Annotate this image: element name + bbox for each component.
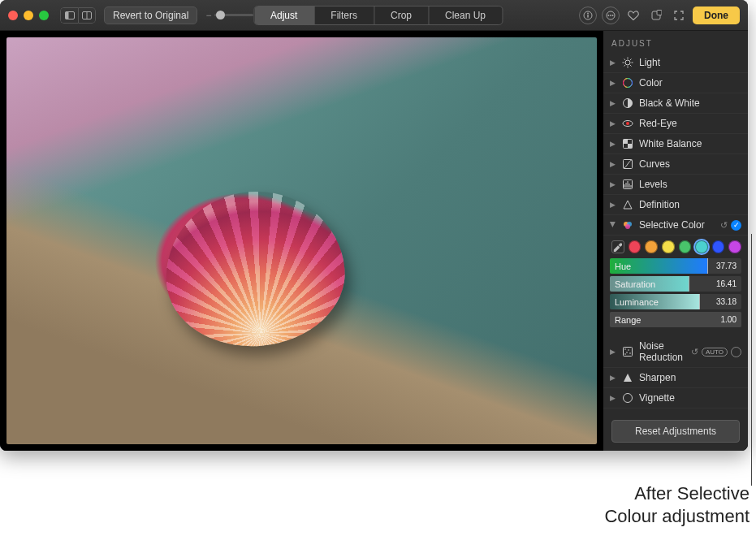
selective-color-panel: Hue 37.73 Saturation 16.41 Luminance 33.…	[603, 236, 748, 336]
tab-filters[interactable]: Filters	[314, 6, 374, 24]
svg-point-23	[624, 79, 633, 88]
reset-adjustments-button[interactable]: Reset Adjustments	[611, 420, 740, 443]
svg-rect-1	[65, 11, 68, 19]
done-button[interactable]: Done	[693, 6, 740, 24]
whitebalance-icon	[622, 138, 633, 149]
swatch-blue[interactable]	[712, 240, 725, 253]
svg-point-13	[625, 60, 630, 65]
chevron-right-icon: ▶	[610, 160, 616, 168]
color-swatch-row	[610, 239, 741, 258]
reset-icon[interactable]: ↺	[691, 347, 698, 357]
adjust-item-bw[interactable]: ▶ Black & White	[603, 93, 748, 114]
swatch-cyan[interactable]	[695, 240, 708, 253]
svg-line-19	[630, 65, 631, 66]
adjust-item-light[interactable]: ▶ Light	[603, 53, 748, 73]
annotation-caption: After Selective Colour adjustment	[604, 482, 750, 527]
bw-icon	[622, 97, 633, 109]
slider-range[interactable]: Range 1.00	[610, 312, 741, 327]
svg-rect-28	[624, 140, 629, 145]
slider-hue[interactable]: Hue 37.73	[610, 258, 741, 274]
svg-rect-29	[628, 144, 633, 149]
adjust-item-label: Black & White	[639, 97, 741, 109]
photos-edit-window: Revert to Original − + Adjust Filters Cr…	[0, 0, 748, 451]
adjust-item-levels[interactable]: ▶ Levels	[603, 175, 748, 195]
slider-value: 1.00	[721, 315, 741, 324]
favorite-icon[interactable]	[624, 6, 642, 24]
adjust-item-noise[interactable]: ▶ Noise Reduction ↺ AUTO	[603, 336, 748, 368]
chevron-right-icon: ▶	[610, 79, 616, 87]
enable-toggle-icon[interactable]	[731, 347, 741, 357]
more-icon[interactable]	[602, 6, 620, 24]
swatch-red[interactable]	[629, 240, 642, 253]
adjust-item-whitebalance[interactable]: ▶ White Balance	[603, 134, 748, 154]
vignette-icon	[622, 392, 633, 404]
slider-value: 33.18	[716, 297, 741, 306]
chevron-right-icon: ▶	[610, 394, 616, 402]
tab-cleanup[interactable]: Clean Up	[429, 6, 502, 24]
adjust-item-label: Levels	[639, 179, 741, 190]
adjust-item-definition[interactable]: ▶ Definition	[603, 195, 748, 215]
swatch-green[interactable]	[679, 240, 692, 253]
slider-label: Luminance	[610, 297, 659, 307]
auto-badge[interactable]: AUTO	[702, 348, 728, 357]
adjust-item-selectivecolor[interactable]: ▶ Selective Color ↺ ✓	[603, 215, 748, 236]
titlebar: Revert to Original − + Adjust Filters Cr…	[0, 0, 748, 31]
swatch-orange[interactable]	[645, 240, 658, 253]
chevron-right-icon: ▶	[610, 374, 616, 382]
info-icon[interactable]	[579, 6, 597, 24]
enabled-checkmark-icon[interactable]: ✓	[731, 220, 741, 231]
sidebar-toggle-icon[interactable]	[60, 7, 78, 24]
adjust-item-label: Curves	[639, 158, 741, 170]
reset-icon[interactable]: ↺	[720, 220, 728, 231]
svg-point-34	[625, 224, 630, 229]
svg-point-39	[629, 352, 631, 354]
adjust-item-label: Sharpen	[639, 372, 741, 383]
adjust-item-vignette[interactable]: ▶ Vignette	[603, 388, 748, 408]
adjust-item-label: Selective Color	[639, 219, 715, 231]
slider-value: 37.73	[716, 262, 741, 270]
swatch-yellow[interactable]	[662, 240, 675, 253]
svg-point-40	[624, 353, 626, 355]
photo-canvas[interactable]	[0, 31, 603, 451]
grid-view-icon[interactable]	[78, 7, 96, 24]
slider-label: Range	[610, 315, 641, 325]
svg-point-8	[608, 15, 610, 16]
caption-line: After Selective	[604, 482, 750, 505]
svg-line-20	[630, 59, 631, 60]
minimize-window-button[interactable]	[24, 11, 33, 20]
tab-adjust[interactable]: Adjust	[254, 6, 314, 24]
slider-label: Saturation	[610, 279, 655, 289]
svg-point-37	[628, 349, 629, 351]
adjust-item-curves[interactable]: ▶ Curves	[603, 154, 748, 175]
selectivecolor-icon	[622, 219, 633, 231]
expand-icon[interactable]	[670, 6, 688, 24]
chevron-right-icon: ▶	[610, 99, 616, 107]
adjust-item-color[interactable]: ▶ Color	[603, 73, 748, 93]
noise-icon	[622, 346, 633, 357]
slider-label: Hue	[610, 262, 631, 271]
close-window-button[interactable]	[8, 11, 18, 20]
adjust-item-sharpen[interactable]: ▶ Sharpen	[603, 368, 748, 388]
eyedropper-icon[interactable]	[611, 240, 624, 253]
swatch-magenta[interactable]	[728, 240, 741, 253]
adjust-item-redeye[interactable]: ▶ Red-Eye	[603, 114, 748, 134]
slider-saturation[interactable]: Saturation 16.41	[610, 276, 741, 292]
view-toggle-group	[60, 7, 96, 24]
slider-luminance[interactable]: Luminance 33.18	[610, 294, 741, 309]
revert-to-original-button[interactable]: Revert to Original	[104, 6, 197, 24]
tab-crop[interactable]: Crop	[374, 6, 429, 24]
edit-mode-tabs: Adjust Filters Crop Clean Up	[253, 6, 503, 25]
levels-icon	[622, 179, 633, 190]
adjust-item-label: Noise Reduction	[639, 340, 685, 363]
fullscreen-window-button[interactable]	[39, 11, 49, 20]
slider-value: 16.41	[716, 279, 741, 288]
chevron-right-icon: ▶	[610, 201, 616, 209]
chevron-right-icon: ▶	[610, 58, 616, 67]
adjust-item-label: Light	[639, 57, 741, 68]
chevron-right-icon: ▶	[610, 348, 616, 356]
callout-leader-line	[751, 234, 752, 486]
portrait-icon[interactable]	[647, 6, 665, 24]
curves-icon	[622, 158, 633, 170]
svg-rect-6	[587, 15, 588, 18]
chevron-right-icon: ▶	[610, 180, 616, 188]
